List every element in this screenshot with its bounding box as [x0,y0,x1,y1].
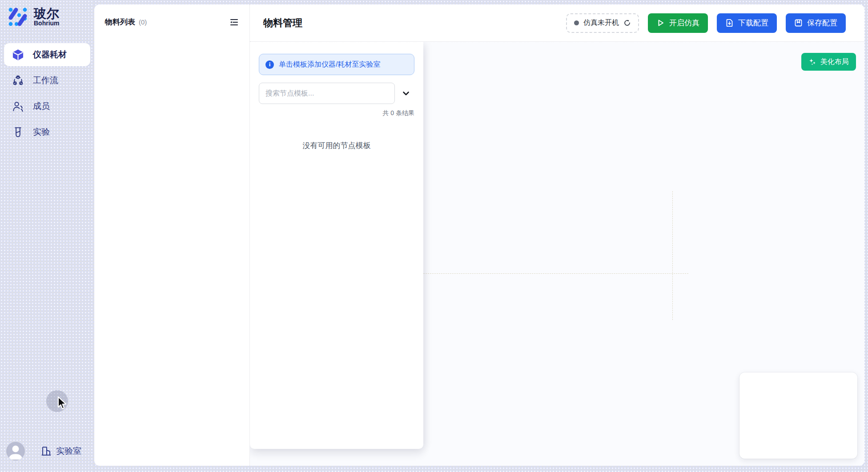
collapse-panel-icon[interactable] [229,17,239,27]
app-root: 玻尔 Bohrium 仪器耗材 工作流 [0,0,868,472]
canvas-guide-line-vertical-2 [672,191,673,320]
simulation-status-label: 仿真未开机 [583,18,619,28]
info-banner: i 单击模板添加仪器/耗材至实验室 [259,54,414,75]
canvas-guide-line-horizontal [423,273,688,274]
minimap[interactable] [739,372,857,459]
download-config-button[interactable]: 下载配置 [717,13,777,33]
sidebar-item-instruments[interactable]: 仪器耗材 [4,43,90,66]
status-dot-icon [574,20,579,25]
main-column: 物料管理 仿真未开机 [250,4,864,466]
members-icon [12,100,24,112]
material-list-title: 物料列表 [105,17,135,27]
brand-subtitle: Bohrium [34,20,60,27]
sparkles-icon [808,58,816,66]
brand-title: 玻尔 [34,7,60,20]
content-card: 物料列表 (0) 物料管理 [94,4,864,466]
material-list-panel: 物料列表 (0) [94,4,250,466]
header-actions: 仿真未开机 开启仿真 [566,13,846,33]
sidebar-item-label: 工作流 [33,75,58,86]
start-simulation-label: 开启仿真 [669,18,699,28]
simulation-status-pill[interactable]: 仿真未开机 [566,13,639,33]
play-icon [656,19,665,27]
material-list-count: (0) [139,18,147,26]
lab-entry[interactable]: 实验室 [41,445,81,457]
template-panel: i 单击模板添加仪器/耗材至实验室 共 0 条结果 没有可用的节点模板 [250,42,423,449]
lab-entry-label: 实验室 [56,445,81,457]
chevron-down-icon[interactable] [402,89,410,97]
building-icon [41,446,52,456]
workflow-icon [12,75,24,87]
save-bookmark-icon [794,19,803,27]
results-count: 共 0 条结果 [259,109,414,117]
save-config-label: 保存配置 [807,18,837,28]
main-header: 物料管理 仿真未开机 [250,4,864,42]
sidebar-item-label: 成员 [33,100,50,112]
brand-logo: 玻尔 Bohrium [0,0,94,28]
download-file-icon [725,19,734,27]
sidebar-item-workflow[interactable]: 工作流 [4,69,90,92]
sidebar: 玻尔 Bohrium 仪器耗材 工作流 [0,0,94,472]
cube-icon [12,49,24,61]
start-simulation-button[interactable]: 开启仿真 [648,13,708,33]
refresh-icon[interactable] [623,19,631,27]
sidebar-item-label: 实验 [33,126,50,138]
sidebar-item-members[interactable]: 成员 [4,95,90,118]
sidebar-item-experiment[interactable]: 实验 [4,120,90,144]
sidebar-item-label: 仪器耗材 [33,49,67,60]
avatar[interactable] [6,442,25,460]
simulation-canvas[interactable]: i 单击模板添加仪器/耗材至实验室 共 0 条结果 没有可用的节点模板 [250,42,864,466]
beautify-layout-label: 美化布局 [820,57,849,67]
experiment-icon [12,126,24,138]
save-config-button[interactable]: 保存配置 [786,13,846,33]
beautify-layout-button[interactable]: 美化布局 [801,53,856,71]
page-title: 物料管理 [263,16,302,30]
sidebar-footer: 实验室 [0,442,94,472]
download-config-label: 下载配置 [738,18,768,28]
info-banner-text: 单击模板添加仪器/耗材至实验室 [279,60,380,69]
content-wrap: 物料列表 (0) 物料管理 [94,0,868,472]
sidebar-nav: 仪器耗材 工作流 成员 [0,43,94,144]
user-silhouette-icon [6,442,25,460]
search-input[interactable] [259,83,395,104]
bohrium-logo-icon [7,6,28,28]
empty-templates-text: 没有可用的节点模板 [259,140,414,151]
info-icon: i [265,60,274,69]
